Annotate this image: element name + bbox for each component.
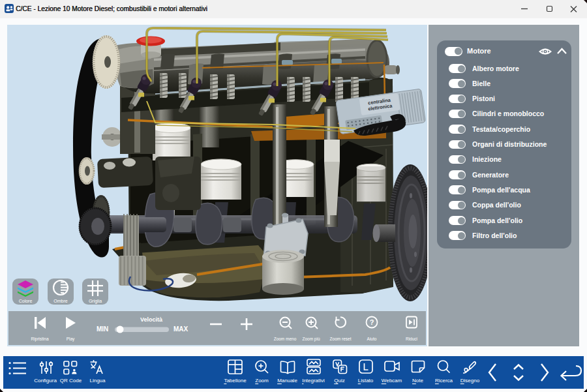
- svg-text:?: ?: [370, 318, 374, 326]
